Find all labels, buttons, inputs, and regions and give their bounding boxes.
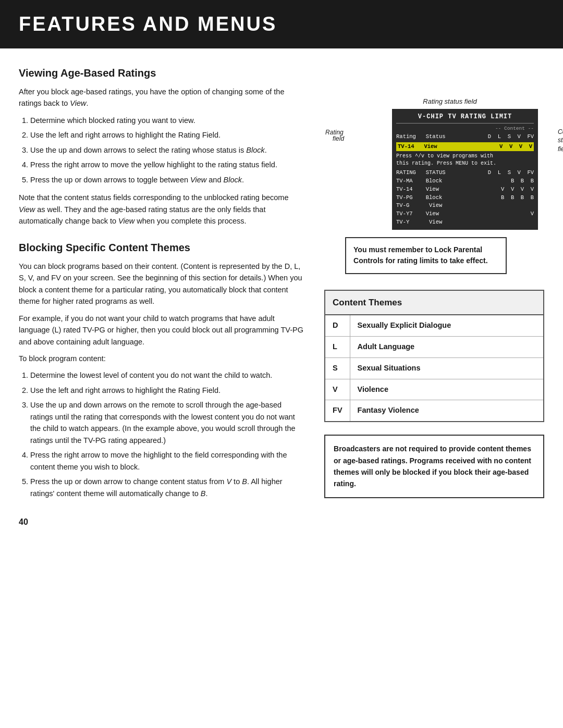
content-theme-row: FV Fantasy Violence	[325, 400, 543, 421]
viewing-age-intro: After you block age-based ratings, you h…	[19, 86, 303, 109]
theme-code: FV	[325, 400, 350, 421]
viewing-step-5: Press the up or down arrows to toggle be…	[30, 174, 303, 186]
content-status-label: Contentstatusfields.	[558, 128, 563, 154]
tv-row-tvy7: TV-Y7 View V	[396, 210, 534, 218]
tv-message: Press ^/v to view programs withthis rati…	[396, 153, 534, 167]
tv-row-tvg: TV-G View	[396, 202, 534, 210]
tv-chip-title: V-CHIP TV RATING LIMIT	[396, 112, 534, 124]
right-column: Rating status field V-CHIP TV RATING LIM…	[324, 65, 544, 528]
content-themes-title: Content Themes	[325, 291, 543, 316]
blocking-para2: For example, if you do not want your chi…	[19, 313, 303, 348]
field-label: field	[333, 134, 344, 143]
content-themes-data: D Sexually Explicit Dialogue L Adult Lan…	[325, 315, 543, 421]
tv-row-header: RATING STATUS D L S V FV	[396, 169, 534, 177]
broadcasters-box: Broadcasters are not required to provide…	[324, 435, 544, 498]
theme-code: D	[325, 315, 350, 336]
theme-code: L	[325, 337, 350, 358]
viewing-step-3: Use the up and down arrows to select the…	[30, 144, 303, 156]
content-themes-table: Content Themes D Sexually Explicit Dialo…	[324, 290, 544, 422]
blocking-intro: You can block programs based on their co…	[19, 261, 303, 307]
viewing-step-1: Determine which blocked rating you want …	[30, 115, 303, 126]
theme-code: V	[325, 379, 350, 400]
theme-code: S	[325, 357, 350, 379]
rating-diagram: Rating status field V-CHIP TV RATING LIM…	[324, 96, 544, 274]
header-banner: FEATURES AND MENUS	[0, 0, 563, 48]
tv-rating-box: V-CHIP TV RATING LIMIT -- Content -- Rat…	[392, 109, 538, 230]
content-theme-row: V Violence	[325, 379, 543, 400]
tv-row-tvy: TV-Y View	[396, 218, 534, 227]
blocking-steps: Determine the lowest level of content yo…	[30, 369, 303, 499]
blocking-para3: To block program content:	[19, 353, 303, 364]
blocking-step-4: Press the right arrow to move the highli…	[30, 449, 303, 473]
rating-status-label: Rating status field	[356, 96, 544, 107]
tv-highlight-row: TV-14 View V V V V	[396, 142, 534, 152]
content-theme-row: D Sexually Explicit Dialogue	[325, 315, 543, 336]
theme-label: Fantasy Violence	[350, 400, 543, 421]
theme-label: Adult Language	[350, 337, 543, 358]
theme-label: Sexual Situations	[350, 357, 543, 379]
page-title: FEATURES AND MENUS	[19, 9, 544, 39]
main-content: Viewing Age-Based Ratings After you bloc…	[0, 65, 563, 528]
tv-col-headers: Rating Status D L S V FV	[396, 133, 534, 141]
viewing-age-steps: Determine which blocked rating you want …	[30, 115, 303, 186]
blocking-step-2: Use the left and right arrows to highlig…	[30, 385, 303, 396]
tv-row-tvpg: TV-PG Block B B B B	[396, 194, 534, 202]
left-column: Viewing Age-Based Ratings After you bloc…	[19, 65, 303, 528]
viewing-age-note: Note that the content status fields corr…	[19, 192, 303, 227]
blocking-step-3: Use the up and down arrows on the remote…	[30, 399, 303, 446]
tv-row-tv14: TV-14 View V V V V	[396, 186, 534, 194]
tv-data-rows: RATING STATUS D L S V FV TV-MA Block B B…	[396, 169, 534, 226]
viewing-step-2: Use the left and right arrows to highlig…	[30, 129, 303, 141]
must-remember-box: You must remember to Lock Parental Contr…	[345, 237, 507, 274]
page-number: 40	[19, 516, 303, 528]
blocking-step-5: Press the up or down arrow to change con…	[30, 476, 303, 499]
theme-label: Violence	[350, 379, 543, 400]
content-theme-row: S Sexual Situations	[325, 357, 543, 379]
theme-label: Sexually Explicit Dialogue	[350, 315, 543, 336]
tv-row-tvma: TV-MA Block B B B	[396, 177, 534, 186]
viewing-step-4: Press the right arrow to move the yellow…	[30, 159, 303, 170]
blocking-heading: Blocking Specific Content Themes	[19, 240, 303, 255]
viewing-age-heading: Viewing Age-Based Ratings	[19, 65, 303, 81]
blocking-step-1: Determine the lowest level of content yo…	[30, 369, 303, 381]
content-theme-row: L Adult Language	[325, 337, 543, 358]
